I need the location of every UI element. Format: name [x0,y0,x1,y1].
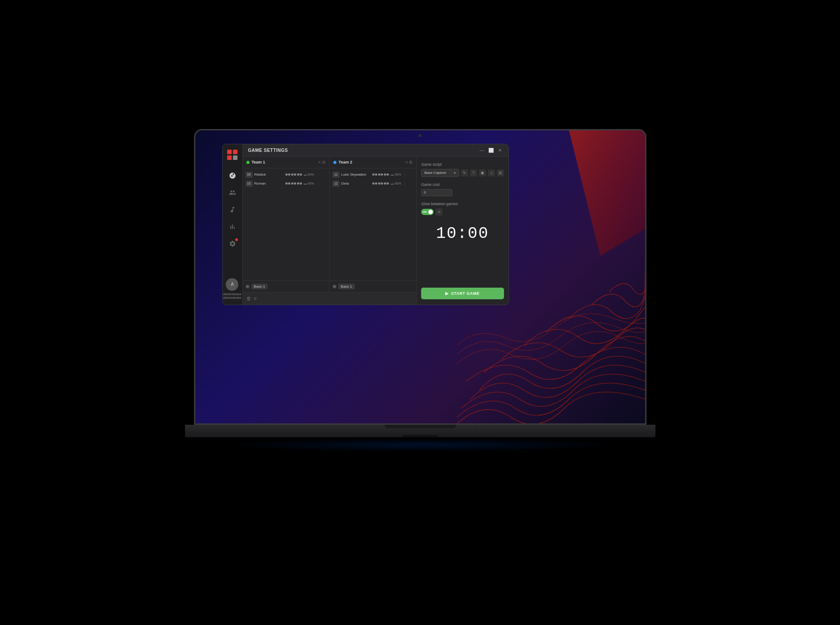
play-icon: ▶ [445,291,449,296]
game-script-label: Game script [421,162,504,167]
team1-icons: ≡ ⊞ [319,160,326,164]
player-menu-icon[interactable]: ⋮ [316,181,320,186]
team1-dot [246,161,250,164]
game-script-group: Game script Base Capture ▾ ✎ ? ⏺ [421,162,504,177]
team2-name: Team 2 [339,160,403,164]
team2-header: Team 2 ≡ ⊞ [330,157,416,168]
team1-sort-icon[interactable]: ≡ [319,160,321,164]
player-signal-dots [285,182,302,185]
team1-base-button[interactable]: Base 1 [251,284,268,289]
player-signal-dots [285,173,302,176]
svg-rect-1 [227,150,232,154]
team2-base-controls: ⊕ Base 1 [330,280,416,292]
player-name: Deta [341,181,370,185]
minimize-button[interactable]: — [479,147,485,153]
laptop-notch [402,435,438,437]
table-row: 10 Roman [243,179,329,188]
game-cost-group: Game cost 0 [421,182,504,196]
user-label: Administrator Administrator [223,293,241,300]
player-battery: ▬ 60% [304,182,314,185]
player-battery: ▬ 50% [391,173,401,176]
game-script-select[interactable]: Base Capture ▾ [421,169,459,177]
title-bar: GAME SETTINGS — ⬜ ✕ [243,144,508,157]
main-content: GAME SETTINGS — ⬜ ✕ [243,144,508,305]
player-number: 10 [246,181,253,187]
bottom-bar: 🗑 ≡ [243,292,417,305]
game-script-row: Base Capture ▾ ✎ ? ⏺ ♫ ⊞ [421,169,504,177]
player-battery: ▬ 60% [391,182,401,185]
script-options-icon[interactable]: ⊞ [497,169,504,177]
app-logo [227,150,238,160]
laptop-frame: A Administrator Administrator GAME SETTI… [185,129,655,496]
window-title: GAME SETTINGS [248,148,288,153]
player-number: 11 [332,172,340,178]
player-menu-icon[interactable]: ⋮ [316,172,320,177]
player-menu-icon[interactable]: ⋮ [403,181,407,186]
maximize-button[interactable]: ⬜ [488,147,494,153]
add-base-icon[interactable]: ⊕ [246,284,250,289]
team2-base-button[interactable]: Base 1 [338,284,355,289]
glow-toggle[interactable]: ON [421,209,434,215]
player-name: Roman [254,181,284,185]
team1-player-list: 05 Riddick [243,168,329,280]
team2-icons: ≡ ⊞ [405,160,413,164]
delete-icon[interactable]: 🗑 [246,296,251,301]
team1-name: Team 1 [252,160,316,164]
body-area: Team 1 ≡ ⊞ 0 [243,157,508,305]
svg-rect-3 [227,155,232,160]
window-controls: — ⬜ ✕ [479,147,503,153]
team1-column: Team 1 ≡ ⊞ 0 [243,157,330,292]
camera [418,134,422,137]
sidebar-item-controller[interactable] [225,168,240,183]
user-avatar[interactable]: A [226,278,238,291]
laptop-shadow [219,438,622,452]
script-help-icon[interactable]: ? [470,169,477,177]
sidebar-bottom: A Administrator Administrator [223,278,241,300]
sidebar-item-music[interactable] [225,203,240,217]
add-base-icon[interactable]: ⊕ [332,284,336,289]
team2-sort-icon[interactable]: ≡ [405,160,408,164]
laptop-base [185,425,655,437]
sort-teams-icon[interactable]: ≡ [254,296,257,301]
player-name: Luke Skywalker [341,172,370,177]
team1-base-controls: ⊕ Base 1 [243,280,329,292]
teams-row: Team 1 ≡ ⊞ 0 [243,157,417,292]
player-signal-dots [372,182,389,185]
sidebar-item-stats[interactable] [225,220,240,234]
script-music-icon[interactable]: ♫ [488,169,495,177]
game-cost-label: Game cost [421,182,504,187]
start-game-label: START GAME [451,291,480,296]
team2-dot [333,161,336,164]
script-record-icon[interactable]: ⏺ [479,169,486,177]
glow-options-icon[interactable]: ≡ [435,208,443,216]
team1-grid-icon[interactable]: ⊞ [322,160,326,164]
player-number: 12 [332,181,340,187]
glow-between-games-group: Glow between games ON ≡ [421,202,504,216]
screen-bezel: A Administrator Administrator GAME SETTI… [194,129,646,425]
sidebar-item-users[interactable] [225,185,240,200]
close-button[interactable]: ✕ [497,147,503,153]
script-edit-icon[interactable]: ✎ [461,169,468,177]
player-menu-icon[interactable]: ⋮ [403,172,407,177]
team2-column: Team 2 ≡ ⊞ 1 [330,157,416,292]
svg-rect-2 [233,150,237,154]
game-cost-input[interactable]: 0 [421,189,452,196]
sidebar: A Administrator Administrator [223,144,243,305]
table-row: 12 Deta [330,179,416,188]
sidebar-item-settings[interactable] [225,237,240,251]
player-battery: ▬ 60% [304,173,314,176]
timer-display: 10:00 [421,224,504,243]
player-number: 05 [246,172,253,178]
player-signal-dots [372,173,389,176]
teams-panel: Team 1 ≡ ⊞ 0 [243,157,417,305]
app-window: A Administrator Administrator GAME SETTI… [222,144,509,305]
laptop-hinge [384,425,456,428]
start-game-button[interactable]: ▶ START GAME [421,288,504,299]
toggle-knob [428,210,433,214]
team2-player-list: 11 Luke Skywalker [330,168,416,280]
team2-grid-icon[interactable]: ⊞ [409,160,413,164]
wallpaper: A Administrator Administrator GAME SETTI… [195,130,645,423]
player-name: Riddick [254,172,284,177]
table-row: 11 Luke Skywalker [330,170,416,179]
glow-toggle-row: ON ≡ [421,208,504,216]
